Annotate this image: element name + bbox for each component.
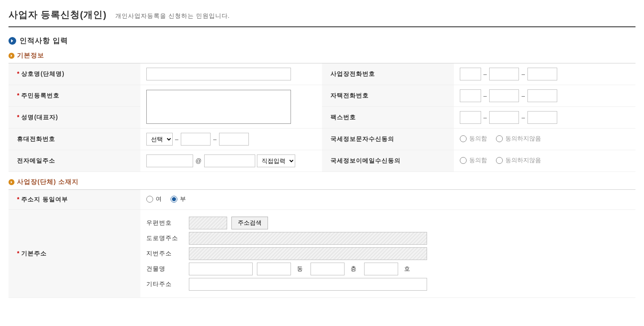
label-resident-no: *주민등록번호 (9, 85, 140, 107)
address-search-button[interactable]: 주소검색 (231, 217, 268, 229)
jibun-addr-input (189, 247, 427, 260)
fax-2-input[interactable] (489, 111, 519, 124)
label-building: 건물명 (146, 265, 185, 273)
same-addr-yes[interactable]: 여 (146, 195, 162, 203)
ho-input[interactable] (364, 263, 398, 275)
sms-consent-yes[interactable]: 동의함 (460, 135, 487, 143)
postal-input (189, 217, 227, 229)
location-table: *주소지 동일여부 여 부 *기본주소 우편번호 주소검색 도로명주소 지번주소… (9, 189, 635, 298)
page-title: 사업자 등록신청(개인) (9, 9, 107, 21)
label-other-addr: 기타주소 (146, 280, 185, 288)
mobile-2-input[interactable] (181, 133, 211, 146)
label-sms-consent: 국세정보문자수신동의 (322, 129, 454, 150)
email-consent-no[interactable]: 동의하지않음 (496, 157, 541, 164)
label-company-name: *상호명(단체명) (9, 63, 140, 85)
biz-phone-1-input[interactable] (460, 68, 481, 80)
mobile-prefix-select[interactable]: 선택 (146, 133, 173, 146)
required-star-icon: * (17, 250, 20, 257)
arrow-right-icon (9, 37, 16, 45)
mobile-3-input[interactable] (219, 133, 249, 146)
dong-input[interactable] (257, 263, 291, 275)
label-email: 전자메일주소 (9, 150, 140, 172)
home-phone-3-input[interactable] (527, 89, 557, 102)
sub-title-basic: 기본정보 (17, 51, 44, 60)
road-addr-input (189, 232, 427, 245)
label-biz-phone: 사업장전화번호 (322, 63, 454, 85)
email-consent-yes[interactable]: 동의함 (460, 157, 487, 164)
label-jibun-addr: 지번주소 (146, 250, 185, 257)
company-name-input[interactable] (146, 68, 291, 80)
biz-phone-2-input[interactable] (489, 68, 519, 80)
biz-phone-3-input[interactable] (527, 68, 557, 80)
chevron-right-icon (9, 53, 14, 59)
required-star-icon: * (17, 92, 20, 99)
section-title-personal: 인적사항 입력 (20, 36, 68, 46)
label-mobile: 휴대전화번호 (9, 129, 140, 150)
home-phone-2-input[interactable] (489, 89, 519, 102)
home-phone-1-input[interactable] (460, 89, 481, 102)
label-email-consent: 국세정보이메일수신동의 (322, 150, 454, 172)
other-addr-input[interactable] (189, 278, 427, 291)
label-fax: 팩스번호 (322, 107, 454, 129)
chevron-right-icon (9, 179, 14, 185)
page-header: 사업자 등록신청(개인) 개인사업자등록을 신청하는 민원입니다. (9, 9, 635, 27)
label-road-addr: 도로명주소 (146, 234, 185, 242)
building-input[interactable] (189, 263, 253, 275)
label-rep-name: *성명(대표자) (9, 107, 140, 129)
page-subtitle: 개인사업자등록을 신청하는 민원입니다. (115, 12, 230, 20)
email-domain-select[interactable]: 직접입력 (257, 154, 295, 167)
email-domain-input[interactable] (204, 154, 255, 167)
required-star-icon: * (17, 114, 20, 120)
sms-consent-no[interactable]: 동의하지않음 (496, 135, 541, 143)
sub-title-location: 사업장(단체) 소재지 (17, 178, 79, 186)
required-star-icon: * (17, 196, 20, 203)
label-base-addr: *기본주소 (9, 210, 140, 298)
sub-header-basic: 기본정보 (9, 51, 635, 60)
label-home-phone: 자택전화번호 (322, 85, 454, 107)
label-same-addr: *주소지 동일여부 (9, 190, 140, 210)
at-sign: @ (196, 157, 202, 164)
section-header-personal: 인적사항 입력 (9, 36, 635, 46)
email-local-input[interactable] (146, 154, 193, 167)
basic-info-table: *상호명(단체명) 사업장전화번호 –– *주민등록번호 자택전화번호 –– *… (9, 63, 635, 172)
fax-3-input[interactable] (527, 111, 557, 124)
label-postal: 우편번호 (146, 219, 185, 227)
fax-1-input[interactable] (460, 111, 481, 124)
sub-header-location: 사업장(단체) 소재지 (9, 178, 635, 186)
required-star-icon: * (17, 70, 20, 77)
resident-name-box[interactable] (146, 90, 291, 124)
floor-input[interactable] (311, 263, 345, 275)
same-addr-no[interactable]: 부 (171, 195, 186, 203)
